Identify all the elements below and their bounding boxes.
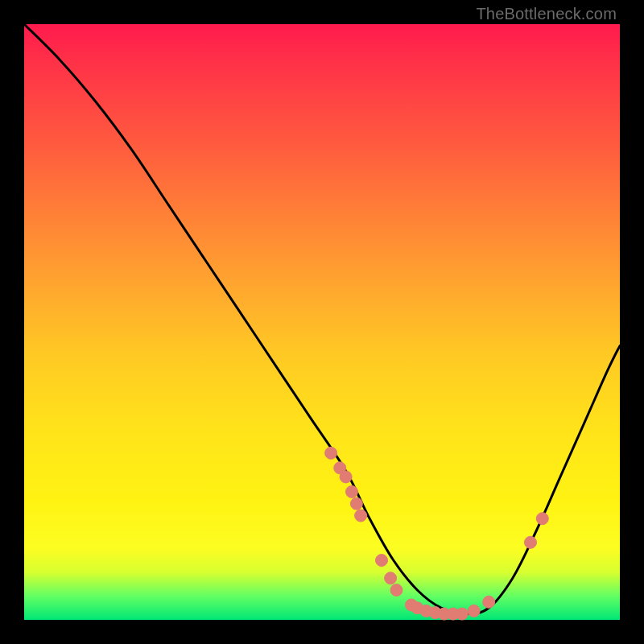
curve-marker — [483, 596, 495, 608]
plot-area — [24, 24, 620, 620]
bottleneck-curve — [24, 24, 620, 614]
curve-marker — [468, 605, 480, 617]
curve-marker — [536, 513, 548, 525]
curve-marker — [346, 485, 358, 497]
chart-frame — [24, 24, 620, 620]
curve-marker — [456, 608, 468, 620]
curve-layer — [24, 24, 620, 620]
curve-marker — [390, 584, 402, 597]
curve-marker — [385, 572, 397, 584]
curve-marker — [355, 510, 367, 522]
curve-marker — [525, 536, 537, 548]
attribution-text: TheBottleneck.com — [476, 5, 617, 23]
curve-markers — [325, 447, 549, 620]
curve-marker — [325, 447, 337, 459]
curve-marker — [340, 471, 352, 483]
curve-marker — [350, 497, 362, 510]
curve-marker — [376, 555, 388, 567]
